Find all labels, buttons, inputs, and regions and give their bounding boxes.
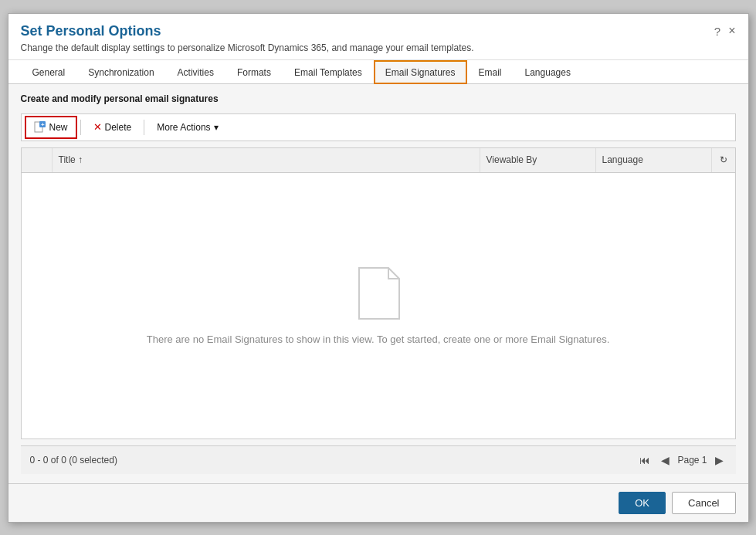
pagination-bar: 0 - 0 of 0 (0 selected) ⏮ ◀ Page 1 ▶	[21, 445, 736, 474]
delete-button[interactable]: ✕ Delete	[84, 116, 141, 139]
grid-col-refresh[interactable]: ↻	[712, 148, 735, 172]
empty-state-icon	[355, 266, 402, 321]
section-title: Create and modify personal email signatu…	[21, 93, 736, 104]
set-personal-options-dialog: Set Personal Options ? × Change the defa…	[8, 13, 749, 523]
titlebar-actions: ? ×	[714, 24, 736, 38]
page-info: Page 1	[677, 455, 707, 466]
grid-container: Title ↑ Viewable By Language ↻ Ther	[21, 147, 736, 439]
dialog-subtitle: Change the default display settings to p…	[21, 42, 736, 53]
grid-col-title[interactable]: Title ↑	[53, 148, 480, 172]
delete-icon: ✕	[93, 121, 102, 133]
tab-activities[interactable]: Activities	[166, 60, 225, 84]
toolbar-separator-2	[144, 120, 144, 135]
new-label: New	[49, 122, 68, 133]
dialog-title: Set Personal Options	[21, 23, 161, 39]
tabs-bar: General Synchronization Activities Forma…	[8, 60, 748, 84]
ok-button[interactable]: OK	[619, 492, 666, 514]
dialog-footer: OK Cancel	[8, 483, 748, 522]
empty-message: There are no Email Signatures to show in…	[147, 334, 610, 345]
content-area: Create and modify personal email signatu…	[8, 84, 748, 483]
pagination-prev-button[interactable]: ◀	[658, 452, 673, 468]
svg-text:+: +	[41, 121, 45, 128]
grid-col-viewable-by[interactable]: Viewable By	[480, 148, 596, 172]
more-actions-button[interactable]: More Actions ▾	[147, 116, 227, 139]
close-icon[interactable]: ×	[728, 24, 735, 38]
pagination-range: 0 - 0 of 0 (0 selected)	[30, 455, 117, 466]
grid-body: There are no Email Signatures to show in…	[22, 173, 735, 438]
pagination-controls: ⏮ ◀ Page 1 ▶	[636, 452, 726, 468]
tab-formats[interactable]: Formats	[225, 60, 283, 84]
more-actions-arrow-icon: ▾	[214, 122, 219, 133]
help-icon[interactable]: ?	[714, 25, 720, 38]
tab-synchronization[interactable]: Synchronization	[76, 60, 165, 84]
more-actions-label: More Actions	[157, 122, 210, 133]
pagination-next-button[interactable]: ▶	[712, 452, 727, 468]
tab-languages[interactable]: Languages	[514, 60, 582, 84]
delete-label: Delete	[105, 122, 132, 133]
dialog-titlebar: Set Personal Options ? × Change the defa…	[8, 14, 748, 60]
pagination-first-button[interactable]: ⏮	[636, 452, 653, 468]
toolbar: + New ✕ Delete More Actions ▾	[21, 113, 736, 141]
cancel-button[interactable]: Cancel	[672, 492, 735, 514]
new-button[interactable]: + New	[25, 116, 77, 139]
grid-col-language[interactable]: Language	[596, 148, 712, 172]
grid-header: Title ↑ Viewable By Language ↻	[22, 148, 735, 173]
grid-col-checkbox	[22, 148, 53, 172]
tab-email-templates[interactable]: Email Templates	[283, 60, 374, 84]
tab-email-signatures[interactable]: Email Signatures	[374, 60, 467, 84]
new-icon: +	[34, 121, 46, 134]
tab-general[interactable]: General	[21, 60, 77, 84]
tab-email[interactable]: Email	[467, 60, 514, 84]
toolbar-separator-1	[80, 120, 81, 135]
